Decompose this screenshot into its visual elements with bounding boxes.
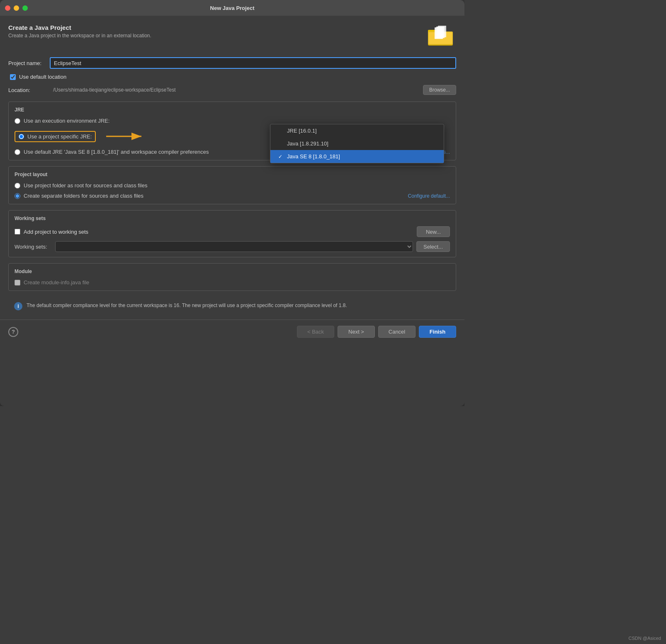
add-working-sets-row: Add project to working sets: [15, 229, 88, 235]
add-working-sets-checkbox[interactable]: [15, 229, 20, 235]
jre-option3-radio[interactable]: [15, 149, 20, 155]
module-title: Module: [15, 269, 450, 274]
jre-dropdown-item-1-label: JRE [16.0.1]: [287, 128, 317, 134]
layout-option2-radio[interactable]: [15, 193, 20, 199]
help-button[interactable]: ?: [8, 327, 18, 337]
location-value: /Users/shimada-tieqiang/eclipse-workspac…: [53, 87, 420, 93]
jre-dropdown-item-2[interactable]: Java [1.8.291.10]: [270, 137, 444, 150]
project-name-label: Project name:: [8, 60, 50, 66]
jre-option1-radio[interactable]: [15, 118, 20, 124]
folder-icon: [427, 24, 454, 47]
page-subtitle: Create a Java project in the workspace o…: [8, 33, 151, 39]
help-icon: ?: [12, 329, 15, 335]
layout-option2-row: Create separate folders for sources and …: [15, 193, 143, 199]
jre-dropdown-item-1[interactable]: JRE [16.0.1]: [270, 124, 444, 137]
info-icon: i: [14, 302, 22, 310]
back-button[interactable]: < Back: [297, 326, 334, 338]
jre-dropdown-item-3[interactable]: ✓ Java SE 8 [1.8.0_181]: [270, 150, 444, 163]
jre-option2-container: Use a project specific JRE: JRE [1: [15, 128, 450, 145]
use-default-location-row: Use default location: [10, 74, 456, 80]
working-sets-label: Working sets:: [15, 244, 52, 250]
project-name-row: Project name:: [8, 57, 456, 69]
layout-option1-label: Use project folder as root for sources a…: [24, 182, 147, 189]
working-sets-section: Working sets Add project to working sets…: [8, 210, 456, 257]
jre-option3-row: Use default JRE 'Java SE 8 [1.8.0_181]' …: [15, 149, 209, 155]
working-sets-title: Working sets: [15, 215, 450, 221]
header-text: Create a Java Project Create a Java proj…: [8, 24, 151, 39]
jre-section-title: JRE: [15, 107, 450, 113]
header-section: Create a Java Project Create a Java proj…: [8, 24, 456, 49]
layout-option2-container: Create separate folders for sources and …: [15, 193, 450, 199]
finish-button[interactable]: Finish: [419, 326, 456, 338]
add-working-sets-label: Add project to working sets: [24, 229, 88, 235]
layout-option2-label: Create separate folders for sources and …: [24, 193, 143, 199]
cancel-button[interactable]: Cancel: [378, 326, 416, 338]
layout-option1-radio[interactable]: [15, 183, 20, 189]
next-button[interactable]: Next >: [338, 326, 375, 338]
bottom-buttons: < Back Next > Cancel Finish: [297, 326, 456, 338]
svg-rect-6: [438, 26, 446, 37]
jre-option2-label: Use a project specific JRE:: [27, 133, 92, 140]
jre-dropdown-item-3-label: Java SE 8 [1.8.0_181]: [287, 153, 340, 160]
layout-option1-row: Use project folder as root for sources a…: [15, 182, 450, 189]
bottom-bar: ? < Back Next > Cancel Finish: [0, 320, 464, 344]
jre-option1-row: Use an execution environment JRE:: [15, 118, 450, 124]
arrow-annotation: [104, 128, 146, 145]
main-content: Create a Java Project Create a Java proj…: [0, 16, 464, 315]
module-checkbox-row: Create module-info.java file: [15, 279, 450, 286]
titlebar: New Java Project: [0, 0, 464, 16]
browse-button[interactable]: Browse...: [423, 85, 456, 95]
project-layout-title: Project layout: [15, 172, 450, 177]
use-default-location-checkbox[interactable]: [10, 74, 16, 80]
working-sets-add-row: Add project to working sets New...: [15, 226, 450, 237]
module-section: Module Create module-info.java file: [8, 263, 456, 291]
create-module-checkbox[interactable]: [15, 280, 20, 286]
check-mark-3: ✓: [277, 154, 284, 160]
jre-section: JRE Use an execution environment JRE: Us…: [8, 102, 456, 160]
jre-option2-radio[interactable]: [19, 134, 24, 139]
location-label: Location:: [8, 87, 50, 93]
info-text: The default compiler compliance level fo…: [27, 302, 347, 309]
select-working-set-button[interactable]: Select...: [416, 241, 450, 252]
project-name-input[interactable]: [50, 57, 456, 69]
location-row: Location: /Users/shimada-tieqiang/eclips…: [8, 85, 456, 95]
wizard-icon: [427, 24, 456, 49]
configure-default-link[interactable]: Configure default...: [408, 193, 450, 199]
page-title: Create a Java Project: [8, 24, 151, 31]
jre-option2-highlighted: Use a project specific JRE:: [15, 131, 96, 142]
info-box: i The default compiler compliance level …: [8, 297, 456, 315]
close-button[interactable]: [5, 5, 10, 11]
create-module-label: Create module-info.java file: [24, 279, 89, 286]
jre-dropdown-item-2-label: Java [1.8.291.10]: [287, 140, 328, 147]
jre-option1-label: Use an execution environment JRE:: [24, 118, 109, 124]
minimize-button[interactable]: [14, 5, 19, 11]
maximize-button[interactable]: [22, 5, 28, 11]
jre-option3-label: Use default JRE 'Java SE 8 [1.8.0_181]' …: [24, 149, 209, 155]
working-sets-input-row: Working sets: Select...: [15, 241, 450, 252]
use-default-location-label: Use default location: [19, 74, 66, 80]
working-sets-select[interactable]: [55, 241, 413, 252]
jre-dropdown-popup: JRE [16.0.1] Java [1.8.291.10] ✓ Java SE…: [270, 124, 444, 163]
window-title: New Java Project: [210, 5, 255, 11]
project-layout-section: Project layout Use project folder as roo…: [8, 166, 456, 204]
new-working-set-button[interactable]: New...: [417, 226, 450, 237]
window-controls: [5, 5, 28, 11]
